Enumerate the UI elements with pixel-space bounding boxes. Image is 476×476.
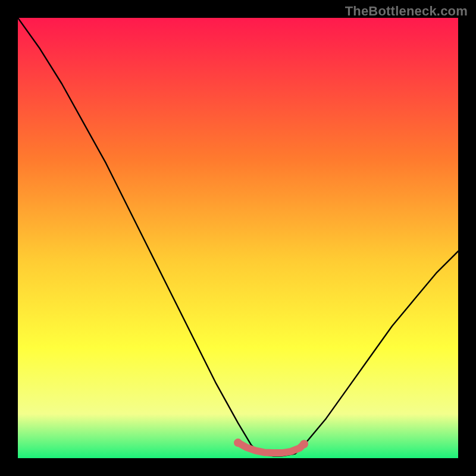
chart-canvas — [18, 18, 458, 458]
optimal-band-end — [300, 440, 308, 448]
plot-background — [18, 18, 458, 458]
watermark-text: TheBottleneck.com — [345, 4, 468, 19]
chart-frame: TheBottleneck.com — [0, 0, 476, 476]
optimal-band-start — [234, 439, 242, 447]
chart-plot — [18, 18, 458, 458]
